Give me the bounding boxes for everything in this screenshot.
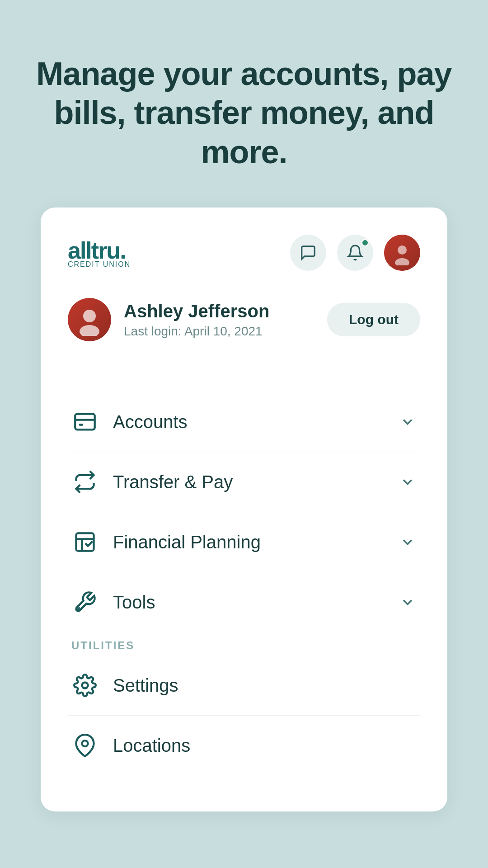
nav-list: Accounts Transfer & Pay	[68, 392, 420, 632]
utilities-label: UTILITIES	[68, 639, 420, 652]
transfer-icon	[71, 468, 99, 495]
user-text: Ashley Jefferson Last login: April 10, 2…	[124, 301, 269, 339]
message-icon	[300, 244, 317, 261]
logo-container: alltru. CREDIT UNION	[68, 237, 131, 269]
nav-item-transfer-pay[interactable]: Transfer & Pay	[68, 452, 420, 512]
header-avatar[interactable]	[384, 235, 420, 271]
svg-point-12	[82, 741, 88, 746]
message-button[interactable]	[290, 235, 326, 271]
avatar-silhouette	[389, 240, 415, 265]
logout-button[interactable]: Log out	[327, 303, 420, 336]
locations-label: Locations	[113, 736, 417, 756]
header-icons	[290, 235, 420, 271]
notification-dot	[361, 239, 369, 246]
nav-item-financial-planning[interactable]: Financial Planning	[68, 512, 420, 572]
user-avatar	[68, 298, 111, 341]
accounts-icon	[71, 408, 99, 435]
notification-button[interactable]	[337, 235, 373, 271]
app-card: alltru. CREDIT UNION	[41, 208, 447, 811]
svg-rect-4	[75, 414, 94, 430]
header-avatar-img	[384, 235, 420, 271]
transfer-pay-label: Transfer & Pay	[113, 472, 399, 492]
financial-planning-label: Financial Planning	[113, 532, 399, 552]
accounts-label: Accounts	[113, 412, 399, 432]
svg-rect-6	[79, 424, 83, 426]
logo-text: alltru.	[68, 237, 131, 264]
settings-icon	[71, 672, 99, 699]
hero-title: Manage your accounts, pay bills, transfe…	[36, 54, 452, 171]
utilities-section: UTILITIES Settings Locations	[68, 639, 420, 775]
user-name: Ashley Jefferson	[124, 301, 269, 321]
settings-label: Settings	[113, 675, 417, 696]
user-avatar-silhouette	[73, 303, 106, 336]
logo-subtitle: CREDIT UNION	[68, 260, 131, 269]
nav-item-settings[interactable]: Settings	[68, 656, 420, 716]
user-info: Ashley Jefferson Last login: April 10, 2…	[68, 298, 269, 341]
accounts-chevron	[399, 413, 417, 431]
hero-section: Manage your accounts, pay bills, transfe…	[0, 0, 488, 208]
nav-item-accounts[interactable]: Accounts	[68, 392, 420, 452]
planning-icon	[71, 528, 99, 556]
locations-icon	[71, 732, 99, 759]
financial-planning-chevron	[399, 533, 417, 551]
svg-point-11	[82, 683, 88, 689]
user-last-login: Last login: April 10, 2021	[124, 324, 269, 339]
user-section: Ashley Jefferson Last login: April 10, 2…	[68, 298, 420, 363]
svg-point-3	[80, 325, 99, 336]
svg-point-0	[398, 245, 407, 255]
tools-label: Tools	[113, 592, 399, 613]
transfer-pay-chevron	[399, 473, 417, 491]
bell-icon	[347, 244, 364, 261]
tools-chevron	[399, 593, 417, 611]
tools-icon	[71, 589, 99, 616]
svg-point-2	[83, 310, 96, 322]
svg-line-10	[77, 608, 79, 610]
card-header: alltru. CREDIT UNION	[68, 235, 420, 271]
nav-item-tools[interactable]: Tools	[68, 572, 420, 632]
nav-item-locations[interactable]: Locations	[68, 716, 420, 775]
svg-point-1	[395, 258, 409, 265]
